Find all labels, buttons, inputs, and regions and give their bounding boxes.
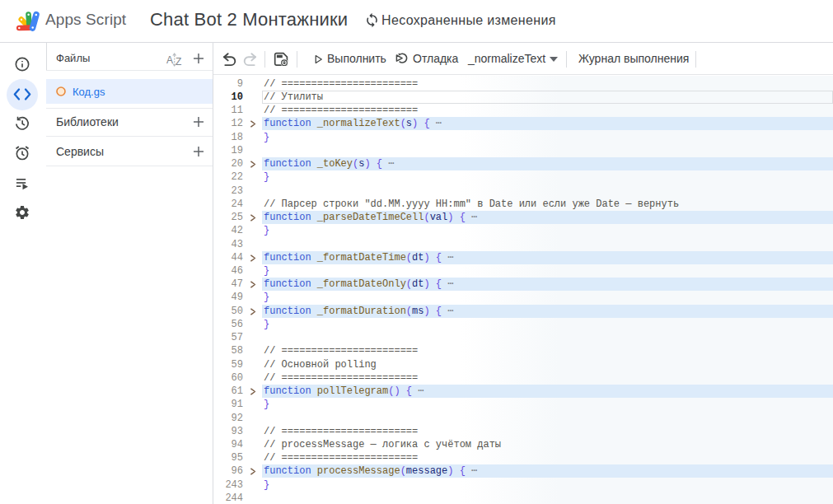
svg-text:A: A bbox=[166, 54, 173, 66]
svg-text:Z: Z bbox=[175, 56, 181, 67]
